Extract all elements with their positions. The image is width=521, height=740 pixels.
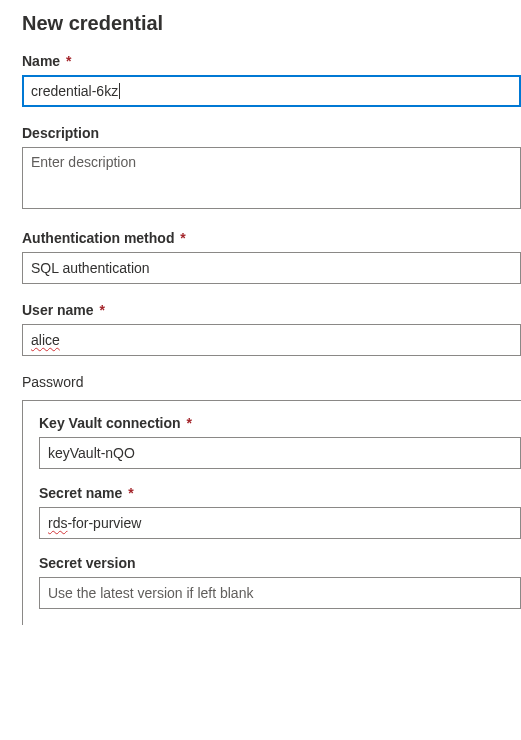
- required-marker: *: [99, 302, 104, 318]
- label-key-vault-connection: Key Vault connection *: [39, 415, 521, 431]
- name-input[interactable]: credential-6kz: [22, 75, 521, 107]
- label-description: Description: [22, 125, 521, 141]
- key-vault-connection-value: keyVault-nQO: [48, 445, 135, 461]
- field-auth-method: Authentication method * SQL authenticati…: [22, 230, 521, 284]
- user-name-input[interactable]: alice: [22, 324, 521, 356]
- secret-name-input[interactable]: rds-for-purview: [39, 507, 521, 539]
- page-title: New credential: [22, 12, 521, 35]
- label-description-text: Description: [22, 125, 99, 141]
- key-vault-connection-select[interactable]: keyVault-nQO: [39, 437, 521, 469]
- password-box: Key Vault connection * keyVault-nQO Secr…: [22, 400, 521, 625]
- field-key-vault-connection: Key Vault connection * keyVault-nQO: [39, 415, 521, 469]
- label-name-text: Name: [22, 53, 60, 69]
- required-marker: *: [186, 415, 191, 431]
- label-secret-name: Secret name *: [39, 485, 521, 501]
- field-secret-version: Secret version: [39, 555, 521, 609]
- name-input-value: credential-6kz: [31, 83, 120, 99]
- field-description: Description: [22, 125, 521, 212]
- secret-name-prefix: rds: [48, 515, 67, 531]
- field-user-name: User name * alice: [22, 302, 521, 356]
- label-secret-version-text: Secret version: [39, 555, 136, 571]
- label-auth-method-text: Authentication method: [22, 230, 174, 246]
- label-user-name-text: User name: [22, 302, 94, 318]
- required-marker: *: [180, 230, 185, 246]
- label-key-vault-connection-text: Key Vault connection: [39, 415, 181, 431]
- field-name: Name * credential-6kz: [22, 53, 521, 107]
- required-marker: *: [128, 485, 133, 501]
- auth-method-select[interactable]: SQL authentication: [22, 252, 521, 284]
- secret-name-suffix: -for-purview: [67, 515, 141, 531]
- label-password-section: Password: [22, 374, 521, 390]
- label-auth-method: Authentication method *: [22, 230, 521, 246]
- label-secret-version: Secret version: [39, 555, 521, 571]
- field-secret-name: Secret name * rds-for-purview: [39, 485, 521, 539]
- auth-method-value: SQL authentication: [31, 260, 150, 276]
- user-name-value: alice: [31, 332, 60, 348]
- required-marker: *: [66, 53, 71, 69]
- password-section: Password Key Vault connection * keyVault…: [22, 374, 521, 625]
- secret-version-input[interactable]: [39, 577, 521, 609]
- description-input[interactable]: [22, 147, 521, 209]
- label-secret-name-text: Secret name: [39, 485, 122, 501]
- label-user-name: User name *: [22, 302, 521, 318]
- label-name: Name *: [22, 53, 521, 69]
